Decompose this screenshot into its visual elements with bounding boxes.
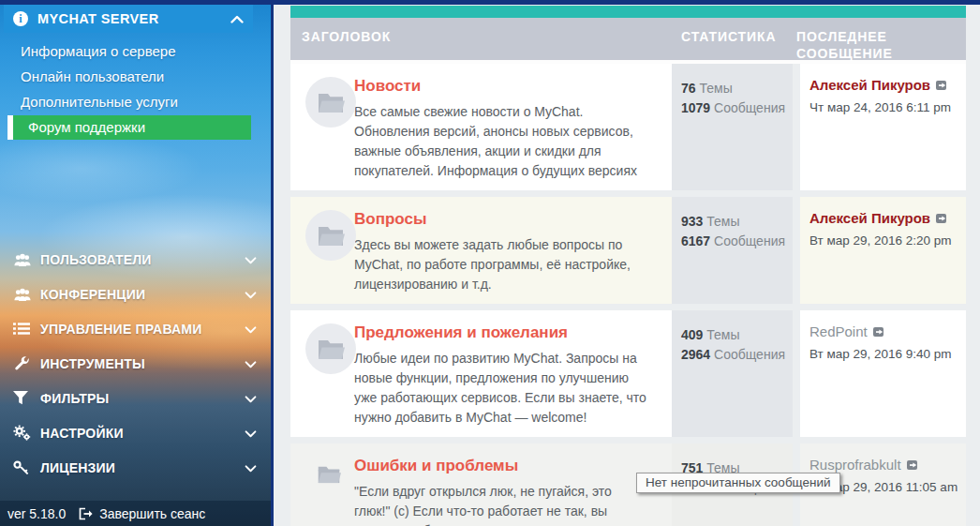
logout-icon <box>79 507 94 520</box>
forum-description: Здесь вы можете задать любые вопросы по … <box>354 235 646 294</box>
messages-label: Сообщения <box>714 233 785 248</box>
sidebar-section-label: ЛИЦЕНЗИИ <box>40 460 245 475</box>
forum-cell-title: Новости Все самые свежие новости о MyCha… <box>290 64 672 190</box>
sidebar-section-tools[interactable]: ИНСТРУМЕНТЫ <box>0 346 271 381</box>
forum-description: Все самые свежие новости о MyChat. Обнов… <box>354 102 646 181</box>
topics-count: 933 <box>681 214 703 229</box>
chevron-down-icon <box>245 390 258 407</box>
forum-cell-stats: 409 Темы 2964 Сообщения <box>672 310 793 437</box>
goto-last-post-icon[interactable] <box>936 78 949 95</box>
forum-row-suggestions: Предложения и пожелания Любые идеи по ра… <box>290 310 966 437</box>
sidebar-footer: ver 5.18.0 Завершить сеанс <box>0 501 271 526</box>
last-post-user-link[interactable]: Алексей Пикуров <box>809 77 930 93</box>
topics-label: Темы <box>706 214 739 229</box>
messages-label: Сообщения <box>714 100 785 115</box>
forum-description: Любые идеи по развитию MyChat. Запросы н… <box>354 349 646 428</box>
key-icon <box>13 459 34 476</box>
forum-title-link[interactable]: Новости <box>354 77 421 96</box>
chevron-down-icon <box>245 459 258 476</box>
filter-icon <box>13 390 34 407</box>
version-label: ver 5.18.0 <box>7 506 66 521</box>
column-header-title: ЗАГОЛОВОК <box>302 29 391 44</box>
list-icon <box>13 321 34 338</box>
forum-row-bugs: Ошибки и проблемы "Если вдруг открылся л… <box>290 443 966 526</box>
sidebar-item-extra-services[interactable]: Дополнительные услуги <box>0 89 271 114</box>
sidebar-header-title: MYCHAT SERVER <box>37 11 230 26</box>
folder-icon <box>305 77 356 128</box>
sidebar-section-users[interactable]: ПОЛЬЗОВАТЕЛИ <box>0 242 271 277</box>
forum-cell-last-message: Алексей Пикуров Чт мар 24, 2016 6:11 pm <box>800 64 966 190</box>
forum-cell-title: Ошибки и проблемы "Если вдруг открылся л… <box>290 443 672 526</box>
sidebar-section-rights-management[interactable]: УПРАВЛЕНИЕ ПРАВАМИ <box>0 311 271 346</box>
sidebar-section-label: ИНСТРУМЕНТЫ <box>40 356 245 371</box>
info-icon: i <box>13 11 28 26</box>
goto-last-post-icon[interactable] <box>936 211 949 228</box>
sidebar: i MYCHAT SERVER Информация о сервере Онл… <box>0 0 271 526</box>
messages-count: 1079 <box>681 100 710 115</box>
last-post-date: Вт мар 29, 2016 2:20 pm <box>809 233 958 248</box>
chevron-down-icon <box>245 286 258 303</box>
messages-label: Сообщения <box>714 347 785 362</box>
forum-cell-last-message: Алексей Пикуров Вт мар 29, 2016 2:20 pm <box>800 197 966 304</box>
sidebar-section-label: ФИЛЬТРЫ <box>40 391 245 406</box>
forum-row-news: Новости Все самые свежие новости о MyCha… <box>290 64 966 190</box>
wrench-icon <box>13 355 34 372</box>
last-post-user-link[interactable]: Алексей Пикуров <box>809 210 930 226</box>
sidebar-item-server-info[interactable]: Информация о сервере <box>0 38 271 64</box>
sidebar-section-settings[interactable]: НАСТРОЙКИ <box>0 415 271 450</box>
sidebar-section-label: КОНФЕРЕНЦИИ <box>40 287 245 302</box>
topics-count: 76 <box>681 81 696 96</box>
column-header-stats: СТАТИСТИКА <box>681 29 777 44</box>
folder-icon <box>307 453 350 496</box>
last-post-date: Вт мар 29, 2016 9:40 pm <box>809 347 958 361</box>
sidebar-section-label: ПОЛЬЗОВАТЕЛИ <box>40 252 245 267</box>
forum-page: ЗАГОЛОВОК СТАТИСТИКА ПОСЛЕДНЕЕ СООБЩЕНИЕ… <box>271 0 980 526</box>
topics-label: Темы <box>699 81 732 96</box>
logout-label: Завершить сеанс <box>99 506 205 521</box>
topics-count: 409 <box>681 327 703 342</box>
sidebar-section-conferences[interactable]: КОНФЕРЕНЦИИ <box>0 277 271 311</box>
messages-count: 6167 <box>681 233 710 248</box>
forum-title-link[interactable]: Ошибки и проблемы <box>354 457 518 475</box>
gears-icon <box>13 425 34 442</box>
forum-cell-last-message: RedPoint Вт мар 29, 2016 9:40 pm <box>800 310 966 437</box>
goto-last-post-icon[interactable] <box>873 324 886 341</box>
chevron-down-icon <box>245 251 258 268</box>
sidebar-links: Информация о сервере Онлайн пользователи… <box>0 38 271 114</box>
sidebar-section-label: НАСТРОЙКИ <box>40 426 245 441</box>
sidebar-sections: ПОЛЬЗОВАТЕЛИ КОНФЕРЕНЦИИ УПРАВЛЕНИЕ ПРАВ… <box>0 242 271 485</box>
sidebar-section-filters[interactable]: ФИЛЬТРЫ <box>0 381 271 415</box>
table-top-accent <box>290 6 966 18</box>
forum-description: "Если вдруг открылся люк, не пугайся, эт… <box>354 482 646 526</box>
forum-title-link[interactable]: Вопросы <box>354 210 426 229</box>
column-header-last-message: ПОСЛЕДНЕЕ СООБЩЕНИЕ <box>796 28 918 62</box>
sidebar-section-licenses[interactable]: ЛИЦЕНЗИИ <box>0 450 271 485</box>
last-post-date: Чт мар 24, 2016 6:11 pm <box>809 100 958 114</box>
logout-button[interactable]: Завершить сеанс <box>79 506 205 521</box>
forum-row-questions: Вопросы Здесь вы можете задать любые воп… <box>290 197 966 304</box>
sidebar-item-online-users[interactable]: Онлайн пользователи <box>0 64 271 89</box>
forum-table-header: ЗАГОЛОВОК СТАТИСТИКА ПОСЛЕДНЕЕ СООБЩЕНИЕ <box>290 18 966 60</box>
messages-count: 2964 <box>681 347 710 362</box>
top-accent-bar <box>0 0 980 5</box>
goto-last-post-icon[interactable] <box>907 458 920 474</box>
users-icon <box>13 286 34 303</box>
folder-icon <box>305 323 356 374</box>
sidebar-item-support-forum-active[interactable]: Форум поддержки <box>7 115 251 140</box>
last-post-user-link[interactable]: RedPoint <box>809 323 868 339</box>
column-gap <box>793 197 800 304</box>
forum-cell-stats: 76 Темы 1079 Сообщения <box>672 64 793 190</box>
column-gap <box>793 310 800 437</box>
folder-icon <box>305 210 356 261</box>
forum-title-link[interactable]: Предложения и пожелания <box>354 323 568 342</box>
last-post-user-link[interactable]: Rusprofrabkult <box>809 457 901 473</box>
chevron-down-icon <box>245 321 258 338</box>
chevron-down-icon <box>245 425 258 442</box>
sidebar-header-mychat-server[interactable]: i MYCHAT SERVER <box>4 4 253 33</box>
forum-cell-title: Предложения и пожелания Любые идеи по ра… <box>290 310 672 437</box>
forum-cell-title: Вопросы Здесь вы можете задать любые воп… <box>290 197 672 304</box>
users-icon <box>13 251 34 268</box>
chevron-down-icon <box>245 355 258 372</box>
chevron-up-icon <box>230 10 244 27</box>
unread-messages-tooltip: Нет непрочитанных сообщений <box>636 473 840 493</box>
